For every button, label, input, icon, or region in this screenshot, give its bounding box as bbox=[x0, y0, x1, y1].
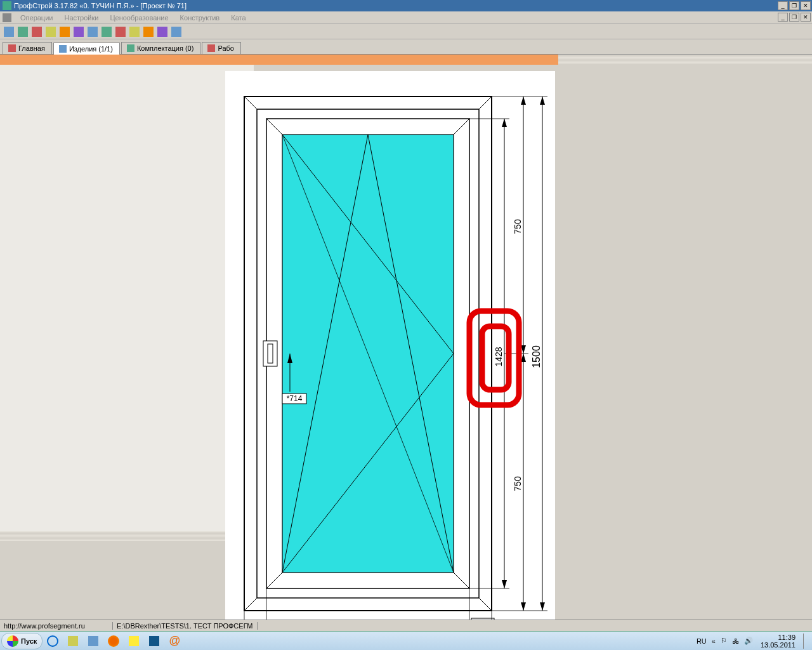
menu-settings[interactable]: Настройки bbox=[62, 13, 101, 23]
app-menu-icon[interactable] bbox=[3, 13, 11, 22]
tb-btn-9[interactable] bbox=[114, 25, 127, 38]
show-desktop-button[interactable] bbox=[803, 633, 809, 649]
system-tray: RU « ⚐ 🖧 🔊 11:39 13.05.2011 bbox=[697, 633, 809, 649]
svg-line-2 bbox=[244, 96, 257, 109]
minimize-button[interactable]: _ bbox=[778, 1, 788, 10]
svg-marker-51 bbox=[540, 602, 545, 611]
tb-btn-7[interactable] bbox=[86, 25, 99, 38]
svg-line-5 bbox=[479, 598, 492, 611]
taskbar: Пуск @ RU « ⚐ 🖧 🔊 11:39 13.05.2011 bbox=[0, 631, 812, 650]
menu-construct[interactable]: Конструктив bbox=[178, 13, 223, 23]
dim-half-top: 750 bbox=[513, 219, 523, 234]
tab-components[interactable]: Комплектация (0) bbox=[121, 42, 200, 54]
tab-works[interactable]: Рабо bbox=[202, 42, 241, 54]
striped-sep-2 bbox=[0, 531, 254, 541]
svg-line-9 bbox=[454, 119, 469, 135]
tb-btn-1[interactable] bbox=[3, 25, 15, 38]
right-panel bbox=[0, 65, 254, 531]
tab-main[interactable]: Главная bbox=[3, 42, 52, 54]
maximize-button[interactable]: ❐ bbox=[789, 1, 799, 10]
tb-btn-8[interactable] bbox=[100, 25, 113, 38]
status-bar: http://www.profsegment.ru E:\DBRexther\T… bbox=[0, 620, 812, 631]
menu-catalog[interactable]: Ката bbox=[228, 13, 248, 23]
mdi-minimize-button[interactable]: _ bbox=[778, 13, 788, 22]
dim-handle: *714 bbox=[287, 394, 303, 403]
svg-marker-37 bbox=[502, 580, 507, 588]
tb-btn-6[interactable] bbox=[72, 25, 85, 38]
main-toolbar bbox=[0, 24, 812, 39]
svg-line-3 bbox=[479, 96, 492, 109]
mdi-close-button[interactable]: ✕ bbox=[801, 13, 811, 22]
taskbar-explorer-icon[interactable] bbox=[65, 633, 81, 649]
tray-volume-icon[interactable]: 🔊 bbox=[744, 637, 753, 645]
mdi-restore-button[interactable]: ❐ bbox=[789, 13, 799, 22]
tb-btn-13[interactable] bbox=[170, 25, 183, 38]
menu-pricing[interactable]: Ценообразование bbox=[107, 13, 171, 23]
window-controls: _ ❐ ✕ bbox=[778, 1, 811, 10]
menu-bar: Операции Настройки Ценообразование Конст… bbox=[0, 11, 812, 24]
document-tabs: Главная Изделия (1/1) Комплектация (0) Р… bbox=[0, 39, 812, 55]
taskbar-firefox-icon[interactable] bbox=[105, 633, 122, 649]
svg-marker-50 bbox=[540, 96, 545, 105]
tb-btn-11[interactable] bbox=[142, 25, 155, 38]
tb-btn-12[interactable] bbox=[156, 25, 169, 38]
tab-products[interactable]: Изделия (1/1) bbox=[53, 43, 120, 55]
tb-btn-2[interactable] bbox=[16, 25, 29, 38]
window-drawing: *714 728 П/П 800 bbox=[225, 71, 555, 650]
svg-line-4 bbox=[244, 598, 257, 611]
dim-half-bot: 750 bbox=[513, 476, 523, 491]
svg-line-11 bbox=[454, 573, 469, 588]
svg-marker-41 bbox=[521, 96, 526, 105]
window-title: ПрофСтрой 3.17.82 «0. ТУЧИН П.Я.» - [Про… bbox=[14, 2, 187, 10]
svg-line-8 bbox=[266, 119, 282, 135]
taskbar-mail-icon[interactable]: @ bbox=[166, 633, 183, 649]
language-indicator[interactable]: RU bbox=[697, 637, 707, 645]
mdi-window-controls: _ ❐ ✕ bbox=[778, 13, 811, 22]
tray-caret-icon[interactable]: « bbox=[712, 637, 716, 645]
striped-separator bbox=[558, 55, 812, 65]
svg-marker-36 bbox=[502, 119, 507, 127]
close-button[interactable]: ✕ bbox=[801, 1, 811, 10]
svg-marker-45 bbox=[521, 602, 526, 611]
tb-btn-4[interactable] bbox=[44, 25, 57, 38]
taskbar-bat-icon[interactable] bbox=[126, 633, 142, 649]
orange-separator bbox=[0, 55, 558, 65]
taskbar-app1-icon[interactable] bbox=[85, 633, 102, 649]
windows-orb-icon bbox=[7, 635, 18, 647]
tb-btn-3[interactable] bbox=[30, 25, 43, 38]
tray-network-icon[interactable]: 🖧 bbox=[732, 637, 739, 645]
app-icon bbox=[3, 1, 11, 10]
start-button[interactable]: Пуск bbox=[1, 633, 43, 649]
clock[interactable]: 11:39 13.05.2011 bbox=[758, 633, 798, 649]
status-path: E:\DBRexther\TESTS\1. ТЕСТ ПРОФСЕГМ bbox=[113, 622, 258, 630]
title-bar: ПрофСтрой 3.17.82 «0. ТУЧИН П.Я.» - [Про… bbox=[0, 0, 812, 11]
taskbar-ie-icon[interactable] bbox=[44, 633, 61, 649]
tray-flag-icon[interactable]: ⚐ bbox=[721, 637, 727, 645]
svg-rect-18 bbox=[268, 344, 273, 363]
dim-height-sash: 1428 bbox=[494, 347, 504, 366]
tb-btn-5[interactable] bbox=[58, 25, 71, 38]
status-url: http://www.profsegment.ru bbox=[0, 622, 113, 630]
dim-height-overall: 1500 bbox=[531, 345, 542, 368]
svg-line-10 bbox=[266, 573, 282, 588]
tb-btn-10[interactable] bbox=[128, 25, 141, 38]
menu-operations[interactable]: Операции bbox=[18, 13, 55, 23]
taskbar-os3-icon[interactable] bbox=[146, 633, 162, 649]
